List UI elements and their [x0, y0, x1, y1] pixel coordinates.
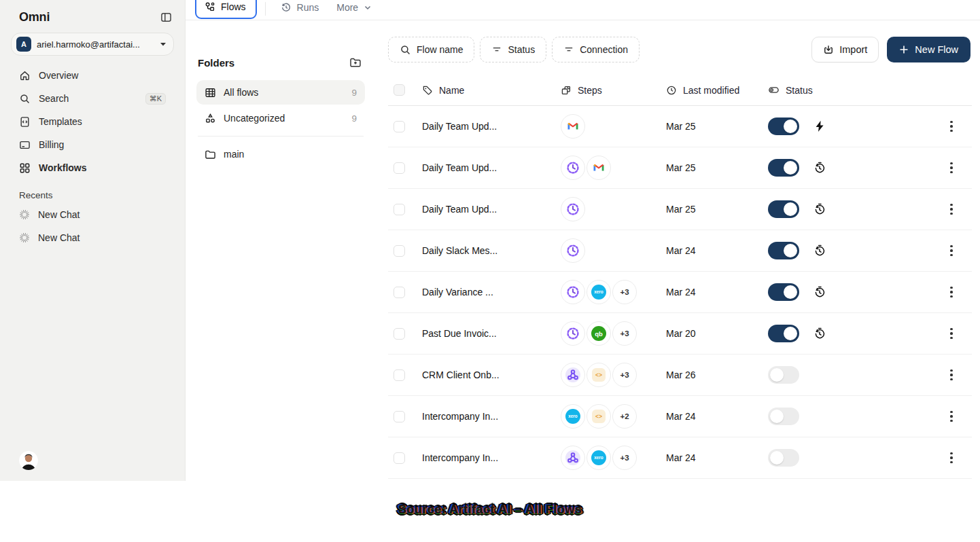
status-toggle[interactable]	[768, 283, 799, 301]
add-folder-icon[interactable]	[347, 54, 364, 71]
column-header-status[interactable]: Status	[768, 84, 939, 96]
tab-runs[interactable]: Runs	[274, 0, 326, 20]
filter-chip-connection[interactable]: Connection	[552, 37, 640, 62]
svg-text:xero: xero	[594, 455, 603, 460]
account-switcher[interactable]: A ariel.harmoko@artifactai...	[11, 33, 174, 56]
sidebar-item-label: Search	[39, 93, 69, 104]
flow-name[interactable]: Daily Variance ...	[422, 287, 561, 297]
status-toggle[interactable]	[768, 325, 799, 342]
table-row[interactable]: Past Due Invoic... qb+3 Mar 20	[388, 313, 972, 355]
table-row[interactable]: Daily Team Upd... Mar 25	[388, 106, 972, 147]
flow-name[interactable]: CRM Client Onb...	[422, 369, 561, 380]
gmail-step-icon	[561, 114, 585, 139]
row-menu-button[interactable]	[943, 450, 960, 466]
import-button[interactable]: Import	[811, 37, 879, 62]
flow-name[interactable]: Intercompany In...	[422, 452, 561, 463]
flow-name[interactable]: Daily Team Upd...	[422, 121, 561, 132]
row-menu-button[interactable]	[943, 242, 960, 259]
import-label: Import	[839, 44, 867, 55]
row-menu-button[interactable]	[943, 118, 960, 134]
status-toggle[interactable]	[768, 366, 799, 384]
last-modified: Mar 25	[666, 162, 768, 173]
last-modified: Mar 24	[666, 245, 768, 256]
tab-more[interactable]: More	[330, 0, 379, 20]
select-all-checkbox[interactable]	[393, 84, 405, 96]
row-checkbox[interactable]	[393, 204, 405, 215]
code-step-icon: <>	[587, 363, 611, 387]
sidebar-item-search[interactable]: Search ⌘K	[11, 87, 174, 110]
status-toggle[interactable]	[768, 408, 799, 425]
flow-name[interactable]: Daily Slack Mes...	[422, 245, 561, 256]
row-checkbox[interactable]	[393, 287, 405, 298]
folder-item-main[interactable]: main	[196, 142, 365, 166]
folder-item-uncategorized[interactable]: Uncategorized 9	[196, 106, 365, 130]
filter-chip-status[interactable]: Status	[480, 37, 546, 62]
table-row[interactable]: Daily Team Upd... Mar 25	[388, 189, 972, 230]
table-row[interactable]: Daily Variance ... xero+3 Mar 24	[388, 272, 972, 313]
row-menu-button[interactable]	[943, 284, 960, 300]
steps-cell: <>+3	[561, 363, 666, 387]
sidebar-item-label: Workflows	[39, 162, 87, 173]
extra-steps-badge: +3	[612, 446, 637, 470]
extra-steps-badge: +3	[612, 363, 637, 387]
recents-heading: Recents	[19, 190, 174, 200]
flow-name[interactable]: Daily Team Upd...	[422, 204, 561, 215]
table-row[interactable]: CRM Client Onb... <>+3 Mar 26	[388, 355, 972, 396]
toolbar: Flow name Status Connection Import	[388, 37, 972, 62]
filter-chips: Flow name Status Connection	[388, 37, 640, 62]
table-row[interactable]: Daily Slack Mes... Mar 24	[388, 230, 972, 272]
row-menu-button[interactable]	[943, 201, 960, 217]
table-row[interactable]: Intercompany In... xero+3 Mar 24	[388, 437, 972, 479]
flow-name[interactable]: Daily Team Upd...	[422, 162, 561, 173]
column-header-steps[interactable]: Steps	[561, 85, 666, 96]
plus-icon	[899, 45, 909, 54]
user-avatar[interactable]	[19, 451, 38, 470]
sunburst-icon	[19, 209, 30, 220]
status-toggle[interactable]	[768, 200, 799, 218]
row-checkbox[interactable]	[393, 245, 405, 257]
last-modified: Mar 24	[666, 287, 768, 297]
status-toggle[interactable]	[768, 449, 799, 467]
source-caption: Source: Artifact AI – All Flows	[398, 503, 582, 517]
status-toggle[interactable]	[768, 159, 799, 177]
flow-name[interactable]: Intercompany In...	[422, 411, 561, 422]
row-checkbox[interactable]	[393, 411, 405, 422]
row-checkbox[interactable]	[393, 328, 405, 340]
row-menu-button[interactable]	[943, 325, 960, 342]
table-row[interactable]: Intercompany In... xero<>+2 Mar 24	[388, 396, 972, 437]
collapse-sidebar-icon[interactable]	[158, 9, 174, 25]
trigger-slot-empty	[813, 451, 826, 465]
recent-chat-item[interactable]: New Chat	[11, 203, 174, 226]
sidebar-item-workflows[interactable]: Workflows	[11, 156, 174, 179]
flow-name[interactable]: Past Due Invoic...	[422, 328, 561, 339]
sidebar-item-templates[interactable]: Templates	[11, 110, 174, 133]
sidebar-item-billing[interactable]: Billing	[11, 133, 174, 156]
schedule-trigger-icon	[813, 285, 826, 299]
flows-table-area: Flow name Status Connection Import	[377, 20, 980, 481]
billing-icon	[19, 139, 31, 151]
new-flow-button[interactable]: New Flow	[887, 37, 970, 62]
row-checkbox[interactable]	[393, 121, 405, 132]
row-menu-button[interactable]	[943, 160, 960, 176]
row-checkbox[interactable]	[393, 452, 405, 464]
status-toggle[interactable]	[768, 242, 799, 259]
svg-text:xero: xero	[594, 289, 603, 294]
account-avatar: A	[16, 37, 31, 52]
column-header-last-modified[interactable]: Last modified	[666, 85, 768, 96]
recent-chat-item[interactable]: New Chat	[11, 226, 174, 249]
folder-item-all-flows[interactable]: All flows 9	[196, 80, 365, 105]
sidebar-item-overview[interactable]: Overview	[11, 64, 174, 87]
column-header-name[interactable]: Name	[422, 85, 561, 96]
row-menu-button[interactable]	[943, 367, 960, 383]
row-menu-button[interactable]	[943, 408, 960, 424]
sidebar-nav: Overview Search ⌘K Templates Billing Wor…	[11, 64, 174, 179]
table-row[interactable]: Daily Team Upd... Mar 25	[388, 147, 972, 189]
tab-flows[interactable]: Flows	[195, 0, 257, 19]
flows-table-body: Daily Team Upd... Mar 25 Daily Team Upd.…	[388, 106, 972, 479]
filter-chip-flow-name[interactable]: Flow name	[388, 37, 474, 62]
status-toggle[interactable]	[768, 118, 799, 135]
row-checkbox[interactable]	[393, 369, 405, 381]
row-checkbox[interactable]	[393, 162, 405, 174]
folder-label: main	[224, 149, 244, 160]
last-modified: Mar 26	[666, 369, 768, 380]
